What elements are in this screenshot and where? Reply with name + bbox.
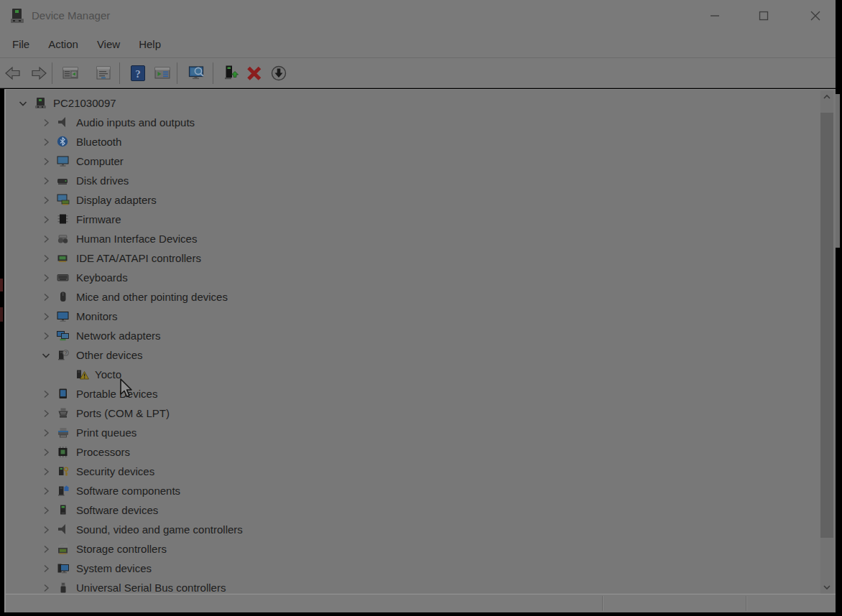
keyboard-icon	[56, 271, 70, 284]
window-title: Device Manager	[32, 9, 110, 22]
tree-item-keyboards[interactable]: Keyboards	[6, 268, 820, 287]
chevron-right-icon[interactable]	[36, 427, 56, 439]
tree-item-network-adapters[interactable]: Network adapters	[6, 326, 820, 345]
tree-item-pc21030097[interactable]: PC21030097	[6, 93, 820, 113]
forward-button[interactable]	[27, 62, 50, 84]
chevron-right-icon[interactable]	[36, 330, 56, 342]
chevron-right-icon[interactable]	[36, 291, 56, 303]
tree-item-mice-and-other-pointing-devices[interactable]: Mice and other pointing devices	[6, 287, 820, 307]
properties-icon	[95, 65, 112, 82]
chevron-right-icon[interactable]	[36, 214, 56, 225]
chevron-down-icon	[823, 584, 831, 591]
security-device-icon	[56, 465, 70, 477]
software-device-icon	[56, 504, 75, 516]
tree-item-ide-ata-atapi-controllers[interactable]: IDE ATA/ATAPI controllers	[6, 248, 820, 268]
screen-artifact	[0, 279, 3, 291]
tree-item-software-devices[interactable]: Software devices	[6, 500, 820, 520]
close-button[interactable]	[799, 4, 832, 27]
properties-button[interactable]	[92, 62, 115, 84]
maximize-icon	[758, 10, 769, 22]
chevron-right-icon[interactable]	[36, 524, 56, 536]
chevron-right-icon[interactable]	[36, 563, 56, 574]
menu-view[interactable]: View	[88, 32, 129, 57]
printer-icon	[56, 426, 75, 439]
menu-file[interactable]: File	[3, 32, 39, 57]
tree-item-security-devices[interactable]: Security devices	[6, 462, 820, 481]
chevron-right-icon[interactable]	[36, 543, 56, 555]
speaker-icon	[56, 116, 70, 129]
tree-item-display-adapters[interactable]: Display adapters	[6, 190, 820, 210]
chevron-right-icon[interactable]	[36, 311, 56, 322]
scroll-up-button[interactable]	[820, 90, 833, 103]
uninstall-device-button[interactable]	[243, 62, 266, 84]
chevron-right-icon[interactable]	[36, 117, 56, 129]
tree-item-disk-drives[interactable]: Disk drives	[6, 171, 820, 190]
chevron-right-icon[interactable]	[36, 408, 56, 419]
minimize-button[interactable]	[698, 4, 731, 27]
chevron-right-icon[interactable]	[36, 233, 56, 245]
chevron-right-icon[interactable]	[36, 447, 56, 458]
vertical-scrollbar[interactable]	[820, 90, 833, 594]
tree-item-bluetooth[interactable]: Bluetooth	[6, 132, 820, 151]
maximize-button[interactable]	[747, 4, 780, 27]
chevron-right-icon[interactable]	[36, 466, 56, 477]
tree-item-label: Other devices	[75, 349, 143, 361]
tree-item-label: IDE ATA/ATAPI controllers	[75, 252, 201, 264]
mouse-icon	[56, 291, 70, 303]
chevron-down-icon[interactable]	[13, 98, 33, 109]
tree-item-processors[interactable]: Processors	[6, 442, 820, 462]
action-pane-button[interactable]	[151, 62, 174, 84]
menu-help[interactable]: Help	[129, 32, 170, 57]
tree-item-ports-com-lpt[interactable]: Ports (COM & LPT)	[6, 403, 820, 423]
tree-item-label: Software devices	[75, 504, 158, 516]
status-bar	[6, 594, 836, 612]
tree-item-software-components[interactable]: Software components	[6, 481, 820, 500]
scrollbar-thumb[interactable]	[820, 113, 833, 538]
chevron-right-icon[interactable]	[36, 175, 56, 187]
chevron-right-icon[interactable]	[36, 388, 56, 400]
console-tree-icon	[62, 65, 79, 82]
help-button[interactable]: ?	[126, 62, 149, 84]
back-button[interactable]	[1, 62, 24, 84]
chevron-right-icon[interactable]	[36, 485, 56, 497]
console-tree-button[interactable]	[59, 62, 82, 84]
tree-item-human-interface-devices[interactable]: Human Interface Devices	[6, 229, 820, 248]
tree-item-monitors[interactable]: Monitors	[6, 307, 820, 326]
svg-text:?: ?	[65, 350, 68, 355]
tree-item-label: Human Interface Devices	[75, 233, 197, 245]
chevron-right-icon[interactable]	[36, 272, 56, 284]
chevron-down-icon[interactable]	[36, 350, 56, 361]
tree-item-system-devices[interactable]: System devices	[6, 559, 820, 578]
menu-action[interactable]: Action	[39, 32, 88, 57]
tree-item-firmware[interactable]: Firmware	[6, 210, 820, 229]
disable-device-button[interactable]	[267, 62, 290, 84]
ide-controller-icon	[56, 252, 75, 264]
tree-item-label: Processors	[75, 446, 130, 458]
tree-item-other-devices[interactable]: ?Other devices	[6, 345, 820, 365]
tree-item-audio-inputs-and-outputs[interactable]: Audio inputs and outputs	[6, 113, 820, 132]
warning-device-icon	[75, 368, 89, 381]
tree-item-computer[interactable]: Computer	[6, 151, 820, 171]
chevron-right-icon[interactable]	[36, 582, 56, 594]
port-icon	[56, 407, 75, 419]
screen-artifact	[0, 307, 3, 322]
scan-hardware-icon	[188, 65, 205, 82]
hdd-icon	[56, 174, 70, 187]
console-frame: PC21030097Audio inputs and outputsBlueto…	[4, 89, 836, 612]
tree-item-label: Audio inputs and outputs	[75, 116, 195, 129]
tree-item-universal-serial-bus-controllers[interactable]: Universal Serial Bus controllers	[6, 578, 820, 594]
update-driver-button[interactable]	[220, 62, 243, 84]
chevron-right-icon[interactable]	[36, 195, 56, 206]
scan-hardware-button[interactable]	[185, 62, 208, 84]
minimize-icon	[709, 10, 721, 22]
scroll-down-button[interactable]	[820, 581, 833, 594]
tree-item-sound-video-and-game-controllers[interactable]: Sound, video and game controllers	[6, 520, 820, 539]
tree-item-storage-controllers[interactable]: Storage controllers	[6, 539, 820, 559]
chevron-right-icon[interactable]	[36, 156, 56, 167]
chevron-right-icon[interactable]	[36, 253, 56, 264]
monitor-blue-icon	[56, 310, 70, 322]
tree-item-print-queues[interactable]: Print queues	[6, 423, 820, 442]
chevron-right-icon[interactable]	[36, 136, 56, 148]
unknown-device-icon: ?	[56, 349, 70, 361]
chevron-right-icon[interactable]	[36, 505, 56, 516]
